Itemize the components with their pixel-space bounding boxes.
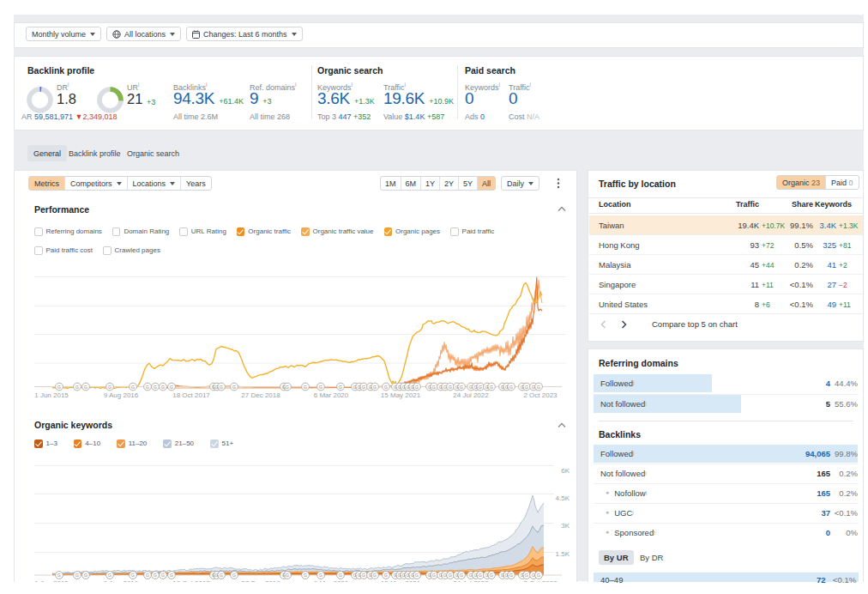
svg-text:27 Dec 2018: 27 Dec 2018 xyxy=(241,391,280,399)
svg-text:G: G xyxy=(525,573,528,578)
svg-text:G: G xyxy=(479,385,482,390)
svg-text:G: G xyxy=(353,385,357,390)
svg-text:G: G xyxy=(57,385,61,390)
svg-text:G: G xyxy=(455,385,459,390)
svg-text:G: G xyxy=(439,385,443,390)
svg-text:G: G xyxy=(474,573,478,578)
svg-text:G: G xyxy=(57,573,61,578)
svg-text:G: G xyxy=(84,573,87,578)
svg-text:G: G xyxy=(432,573,436,578)
svg-text:G: G xyxy=(479,573,482,578)
svg-text:G: G xyxy=(319,385,322,390)
svg-text:G: G xyxy=(490,385,493,390)
svg-text:G: G xyxy=(232,385,236,390)
svg-text:G: G xyxy=(411,573,414,578)
svg-text:G: G xyxy=(304,385,307,390)
svg-text:G: G xyxy=(384,385,388,390)
svg-text:G: G xyxy=(108,573,112,578)
svg-text:G: G xyxy=(75,385,79,390)
svg-text:G: G xyxy=(170,573,173,578)
svg-text:18 Oct 2017: 18 Oct 2017 xyxy=(172,579,210,582)
svg-text:G: G xyxy=(358,385,361,390)
svg-text:6K: 6K xyxy=(561,467,570,475)
svg-text:G: G xyxy=(131,573,135,578)
svg-text:G: G xyxy=(358,573,361,578)
svg-text:6 Mar 2020: 6 Mar 2020 xyxy=(314,391,349,399)
svg-text:G: G xyxy=(460,573,463,578)
svg-text:G: G xyxy=(537,385,540,390)
svg-text:15 May 2021: 15 May 2021 xyxy=(381,391,421,399)
svg-text:18 Oct 2017: 18 Oct 2017 xyxy=(172,391,210,399)
svg-text:G: G xyxy=(407,385,410,390)
svg-text:24 Jul 2022: 24 Jul 2022 xyxy=(453,579,489,582)
svg-text:G: G xyxy=(428,385,431,390)
svg-text:G: G xyxy=(215,573,219,578)
svg-text:G: G xyxy=(384,573,388,578)
svg-text:G: G xyxy=(108,385,112,390)
svg-text:G: G xyxy=(154,573,157,578)
svg-text:27 Dec 2018: 27 Dec 2018 xyxy=(241,579,280,582)
svg-text:G: G xyxy=(75,573,79,578)
svg-text:G: G xyxy=(146,573,149,578)
svg-text:G: G xyxy=(339,573,342,578)
svg-text:G: G xyxy=(220,573,223,578)
svg-text:G: G xyxy=(474,385,478,390)
svg-text:G: G xyxy=(286,385,289,390)
svg-text:15 May 2021: 15 May 2021 xyxy=(381,579,421,582)
svg-text:G: G xyxy=(170,385,173,390)
svg-text:G: G xyxy=(432,385,436,390)
svg-text:G: G xyxy=(402,573,406,578)
svg-text:G: G xyxy=(449,573,452,578)
svg-text:G: G xyxy=(353,573,357,578)
svg-text:G: G xyxy=(521,573,524,578)
svg-text:G: G xyxy=(509,573,513,578)
svg-text:1 Jun 2015: 1 Jun 2015 xyxy=(34,391,69,399)
svg-text:G: G xyxy=(501,385,504,390)
svg-text:G: G xyxy=(525,385,528,390)
svg-text:G: G xyxy=(286,573,289,578)
svg-text:G: G xyxy=(369,573,372,578)
svg-text:G: G xyxy=(362,573,365,578)
svg-text:G: G xyxy=(161,385,165,390)
svg-text:2 Oct 2023: 2 Oct 2023 xyxy=(523,579,558,582)
svg-text:G: G xyxy=(532,385,535,390)
svg-text:G: G xyxy=(501,573,504,578)
svg-text:9 Aug 2016: 9 Aug 2016 xyxy=(104,391,139,399)
svg-text:G: G xyxy=(407,573,410,578)
svg-text:G: G xyxy=(362,385,365,390)
svg-text:G: G xyxy=(428,573,431,578)
svg-text:4.5K: 4.5K xyxy=(556,494,570,502)
svg-text:G: G xyxy=(394,385,397,390)
svg-text:9 Aug 2016: 9 Aug 2016 xyxy=(104,579,139,582)
svg-text:G: G xyxy=(537,573,540,578)
svg-text:G: G xyxy=(505,573,509,578)
svg-text:G: G xyxy=(505,385,509,390)
svg-text:2 Oct 2023: 2 Oct 2023 xyxy=(523,391,558,399)
svg-text:G: G xyxy=(369,385,372,390)
svg-text:G: G xyxy=(394,573,397,578)
svg-text:G: G xyxy=(485,573,489,578)
svg-text:G: G xyxy=(398,385,401,390)
svg-text:G: G xyxy=(131,385,135,390)
svg-text:G: G xyxy=(415,573,419,578)
svg-text:G: G xyxy=(339,385,342,390)
svg-text:G: G xyxy=(161,573,165,578)
svg-text:G: G xyxy=(373,573,377,578)
svg-text:G: G xyxy=(439,573,443,578)
svg-text:G: G xyxy=(455,573,459,578)
svg-text:G: G xyxy=(485,385,489,390)
svg-text:G: G xyxy=(373,385,377,390)
svg-text:G: G xyxy=(460,385,463,390)
svg-text:G: G xyxy=(490,573,493,578)
svg-text:G: G xyxy=(521,385,524,390)
svg-text:G: G xyxy=(449,385,452,390)
svg-text:G: G xyxy=(509,385,513,390)
svg-text:G: G xyxy=(146,385,149,390)
svg-text:G: G xyxy=(402,385,406,390)
svg-text:G: G xyxy=(469,385,473,390)
svg-text:G: G xyxy=(232,573,236,578)
svg-text:G: G xyxy=(304,573,307,578)
svg-text:G: G xyxy=(319,573,322,578)
svg-text:3K: 3K xyxy=(561,522,570,530)
svg-text:G: G xyxy=(84,385,87,390)
